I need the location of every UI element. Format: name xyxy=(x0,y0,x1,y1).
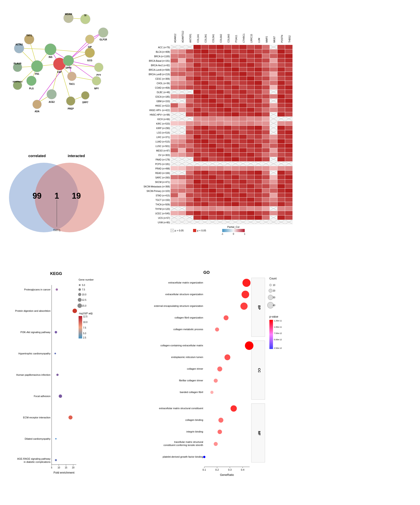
heatmap-cell xyxy=(224,126,231,130)
heatmap-cell xyxy=(277,121,285,126)
heatmap-cell xyxy=(262,63,270,67)
heatmap-cell xyxy=(262,135,270,139)
heatmap-cell xyxy=(262,76,270,81)
svg-text:MGAM: MGAM xyxy=(65,13,72,15)
heatmap-cell xyxy=(209,180,216,184)
heatmap-cell xyxy=(255,81,262,85)
svg-text:PREP: PREP xyxy=(68,107,74,110)
heatmap-cell xyxy=(209,175,216,179)
heatmap-cell xyxy=(232,215,239,220)
heatmap-cell xyxy=(186,197,193,202)
heatmap-cell xyxy=(171,193,178,197)
heatmap-cell xyxy=(186,63,193,67)
svg-text:PYY: PYY xyxy=(96,74,101,76)
heatmap-cell xyxy=(193,103,201,107)
panel-b: ADAM12 ADAMTS12 ANTXR1 COL1A1 COL3A1 COL… xyxy=(117,0,420,265)
heatmap-cell xyxy=(239,45,247,49)
heatmap-cell xyxy=(193,54,201,58)
heatmap-cell xyxy=(186,202,193,206)
svg-point-273 xyxy=(210,391,213,394)
heatmap-cell xyxy=(255,94,262,99)
go-size-val-1: 10 xyxy=(273,284,275,286)
kegg-color-legend-title: -log10(P adj) xyxy=(79,312,93,315)
heatmap-cell xyxy=(285,211,293,215)
heatmap-cell xyxy=(277,189,285,193)
heatmap-cell xyxy=(262,211,270,215)
heatmap-cell xyxy=(224,103,231,107)
heatmap-cell xyxy=(285,207,293,211)
heatmap-cell xyxy=(171,175,178,179)
go-xtick-2: 0.2 xyxy=(215,468,219,471)
svg-text:FAP: FAP xyxy=(57,71,62,73)
heatmap-cell xyxy=(255,126,262,130)
panel-c: correlated interacted 99 1 19 THY1 xyxy=(0,126,117,265)
heatmap-cell xyxy=(209,54,216,58)
heatmap-cell xyxy=(209,49,216,54)
heatmap-cell xyxy=(270,67,277,72)
heatmap-cell xyxy=(232,170,239,175)
heatmap-cell xyxy=(193,112,201,116)
heatmap-cell xyxy=(178,189,186,193)
heatmap-cell xyxy=(239,207,247,211)
heatmap-cell xyxy=(216,157,224,161)
heatmap-cell xyxy=(201,58,209,63)
heatmap-cell xyxy=(171,54,178,58)
heatmap-cell xyxy=(232,54,239,58)
heatmap-row-label: HNSC-HPV- (n=422) xyxy=(149,109,170,112)
svg-point-45 xyxy=(81,91,89,99)
heatmap-cell xyxy=(270,108,277,112)
heatmap-cell xyxy=(270,63,277,67)
heatmap-cell xyxy=(255,144,262,148)
heatmap-cell xyxy=(239,54,247,58)
go-mf-row2: collagen binding xyxy=(185,419,203,421)
heatmap-cell xyxy=(178,54,186,58)
heatmap-cell xyxy=(232,121,239,126)
heatmap-cell xyxy=(270,197,277,202)
heatmap-cell xyxy=(186,130,193,134)
heatmap-row-label: CESC (n=306) xyxy=(155,78,170,80)
heatmap-cell xyxy=(277,63,285,67)
heatmap-cell xyxy=(232,166,239,170)
heatmap-cell xyxy=(277,103,285,107)
svg-text:FN1: FN1 xyxy=(35,73,39,75)
heatmap-cell xyxy=(178,166,186,170)
svg-point-258 xyxy=(59,395,62,398)
heatmap-cell xyxy=(247,85,254,89)
heatmap-cell xyxy=(186,49,193,54)
heatmap-scale-title: Partial_Cor xyxy=(227,226,240,228)
heatmap-cell xyxy=(209,112,216,116)
heatmap-cell xyxy=(209,153,216,157)
kegg-color-val-5: 2.5 xyxy=(83,336,86,339)
heatmap-cell xyxy=(277,166,285,170)
heatmap-cell xyxy=(216,103,224,107)
heatmap-cell xyxy=(247,166,254,170)
kegg-size-val-2: 7.5 xyxy=(82,288,85,291)
heatmap-cell xyxy=(171,121,178,126)
heatmap-cell xyxy=(224,148,231,152)
heatmap-cell xyxy=(193,94,201,99)
heatmap-row-label: HNSC-HPV+ (n=98) xyxy=(150,114,170,116)
heatmap-cell xyxy=(171,63,178,67)
heatmap-cell xyxy=(285,197,293,202)
heatmap-cell xyxy=(270,202,277,206)
heatmap-cell xyxy=(239,202,247,206)
heatmap-cell xyxy=(193,126,201,130)
heatmap-cell xyxy=(193,108,201,112)
heatmap-cell xyxy=(285,54,293,58)
heatmap-cell xyxy=(209,189,216,193)
heatmap-cell xyxy=(247,153,254,157)
kegg-row-9a: AGE-RAGE signaling pathway xyxy=(17,457,51,460)
svg-point-269 xyxy=(245,341,254,350)
heatmap-cell xyxy=(224,153,231,157)
heatmap-cell xyxy=(216,117,224,121)
go-bp-row2: extracellular structure organization xyxy=(165,293,203,296)
heatmap-cell xyxy=(216,211,224,215)
heatmap-cell xyxy=(171,76,178,81)
heatmap-cell xyxy=(224,157,231,161)
venn-right-label: interacted xyxy=(68,154,85,158)
heatmap-cell xyxy=(232,211,239,215)
svg-point-255 xyxy=(55,331,57,334)
heatmap-cell xyxy=(193,81,201,85)
heatmap-cell xyxy=(224,166,231,170)
heatmap-cell xyxy=(277,170,285,175)
